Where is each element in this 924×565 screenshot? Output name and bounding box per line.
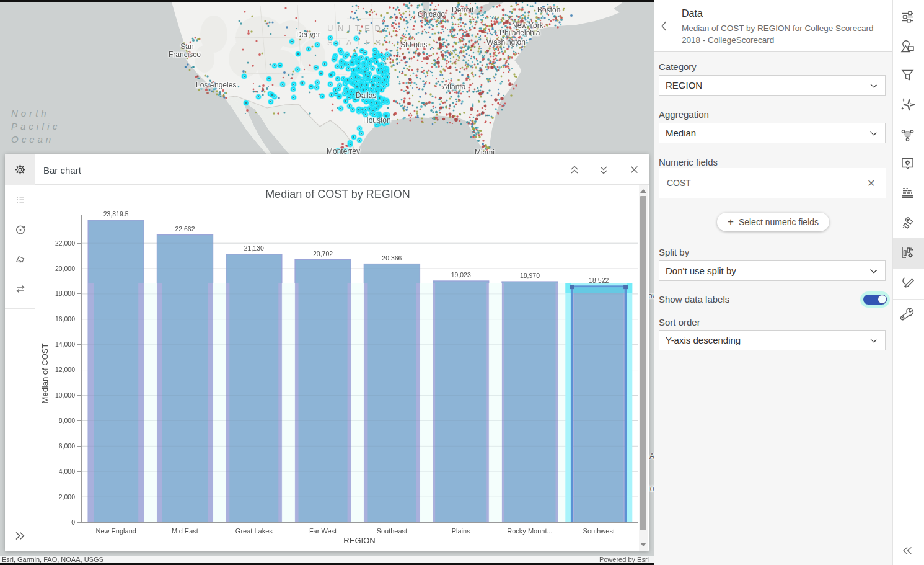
svg-text:18,970: 18,970 — [520, 272, 540, 279]
svg-text:18,522: 18,522 — [589, 277, 609, 284]
svg-text:21,130: 21,130 — [244, 244, 264, 252]
svg-text:New England: New England — [95, 527, 136, 535]
svg-text:Far West: Far West — [309, 527, 337, 535]
svg-text:19,023: 19,023 — [451, 271, 471, 278]
svg-text:20,366: 20,366 — [382, 254, 402, 262]
svg-text:23,819.5: 23,819.5 — [103, 210, 129, 218]
svg-text:20,702: 20,702 — [313, 250, 333, 257]
svg-text:0: 0 — [71, 518, 75, 526]
svg-text:Mid East: Mid East — [172, 527, 198, 535]
svg-text:2,000: 2,000 — [59, 493, 75, 500]
svg-text:Plains: Plains — [452, 527, 470, 535]
svg-text:Southeast: Southeast — [377, 527, 408, 535]
svg-text:4,000: 4,000 — [59, 468, 75, 475]
svg-text:12,000: 12,000 — [55, 366, 75, 373]
svg-text:18,000: 18,000 — [55, 290, 75, 297]
svg-text:20,000: 20,000 — [55, 265, 75, 272]
svg-text:Rocky Mount...: Rocky Mount... — [507, 527, 552, 535]
svg-text:Southwest: Southwest — [583, 527, 615, 535]
svg-text:Great Lakes: Great Lakes — [235, 527, 273, 535]
svg-text:14,000: 14,000 — [55, 340, 75, 348]
svg-text:22,662: 22,662 — [175, 225, 195, 233]
svg-text:6,000: 6,000 — [59, 442, 75, 450]
svg-text:10,000: 10,000 — [55, 391, 75, 399]
svg-text:22,000: 22,000 — [55, 239, 75, 247]
svg-text:8,000: 8,000 — [59, 417, 75, 424]
svg-text:16,000: 16,000 — [55, 315, 75, 323]
